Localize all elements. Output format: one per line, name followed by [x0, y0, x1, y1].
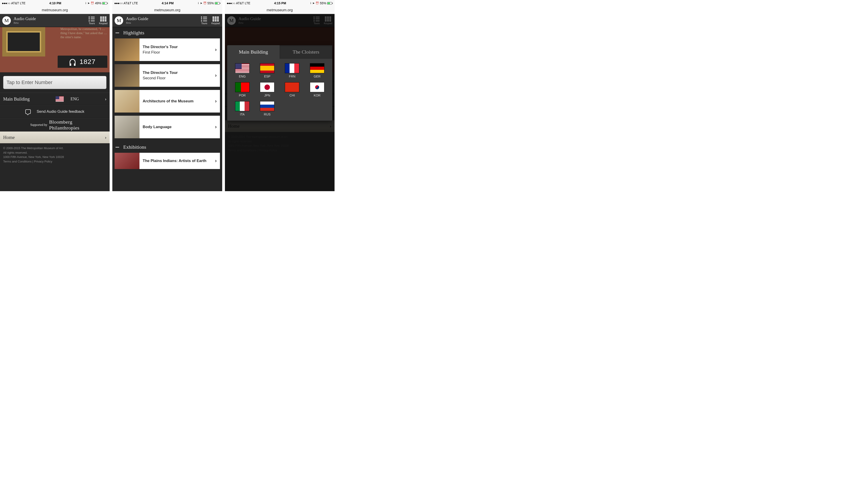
collapse-icon — [115, 33, 119, 33]
alarm-icon: ⏰ — [315, 2, 319, 5]
list-icon — [89, 16, 95, 21]
location-icon: ➤ — [200, 2, 202, 5]
clock: 4:15 PM — [274, 1, 286, 5]
tab-main-building[interactable]: Main Building — [227, 45, 280, 59]
content: M› Supported byPhilanthropies Home› © 20… — [225, 27, 335, 191]
section-highlights[interactable]: Highlights — [112, 27, 222, 38]
battery-icon — [215, 2, 220, 4]
flag-us-icon — [56, 96, 64, 102]
content: Metropolitan, he commented, "I … thing I… — [0, 27, 110, 191]
alarm-icon: ⏰ — [91, 2, 94, 5]
chevron-right-icon: › — [215, 124, 217, 130]
hero-image: Metropolitan, he commented, "I … thing I… — [0, 27, 110, 72]
browser-url-bar[interactable]: metmuseum.org — [112, 6, 222, 14]
flag-it-icon — [235, 101, 250, 111]
tour-item[interactable]: Body Language › — [114, 116, 220, 138]
tours-button[interactable]: Tours — [201, 16, 207, 25]
location-icon: ➤ — [312, 2, 315, 5]
keypad-icon — [213, 16, 219, 21]
keypad-icon — [325, 16, 331, 21]
content[interactable]: Highlights The Director's TourFirst Floo… — [112, 27, 222, 191]
tour-item[interactable]: The Director's TourFirst Floor › — [114, 38, 220, 61]
browser-url-bar[interactable]: metmuseum.org — [225, 6, 335, 14]
audio-number: 1827 — [80, 58, 96, 65]
browser-url-bar[interactable]: metmuseum.org — [0, 6, 110, 14]
building-label: Main Building — [3, 96, 30, 102]
flag-kr-icon — [310, 82, 324, 92]
phone-screen-2: ●●●○○ AT&T LTE 4:14 PM ᚼ ➤ ⏰ 55% metmuse… — [112, 0, 222, 191]
tour-thumbnail — [114, 153, 139, 169]
tour-item[interactable]: The Plains Indians: Artists of Earth › — [114, 153, 220, 169]
tour-thumbnail — [114, 38, 139, 61]
signal-dots-icon: ●●●○○ — [2, 1, 10, 5]
tours-button[interactable]: Tours — [89, 16, 95, 25]
collapse-icon — [115, 147, 119, 148]
tour-thumbnail — [114, 64, 139, 87]
phone-screen-1: ●●●○○ AT&T LTE 4:10 PM ᚼ ➤ ⏰ 49% metmuse… — [0, 0, 110, 191]
chevron-right-icon: › — [215, 98, 217, 104]
lang-option-por[interactable]: POR — [231, 82, 253, 97]
lang-option-ger[interactable]: GER — [306, 63, 328, 78]
keypad-button[interactable]: Keypad — [211, 16, 220, 25]
building-language-row[interactable]: Main Building ENG › — [0, 93, 110, 105]
app-title: Audio Guide — [14, 16, 36, 21]
flag-pt-icon — [235, 82, 250, 92]
chevron-right-icon: › — [215, 47, 217, 53]
phone-screen-3: ●●●○○ AT&T LTE 4:15 PM ᚼ ➤ ⏰ 55% metmuse… — [225, 0, 335, 191]
legal-footer: © 2000-2015 The Metropolitan Museum of A… — [0, 143, 110, 168]
battery-pct: 49% — [95, 1, 101, 5]
battery-icon — [327, 2, 333, 4]
app-subtitle: Beta — [14, 21, 36, 25]
lang-option-eng[interactable]: ENG — [231, 63, 253, 78]
met-logo-icon: M — [227, 16, 236, 25]
alarm-icon: ⏰ — [203, 2, 206, 5]
painting-frame — [2, 27, 45, 57]
list-icon — [313, 16, 320, 21]
headphones-icon — [69, 59, 76, 64]
terms-link[interactable]: Terms and Conditions — [3, 160, 32, 163]
list-icon — [201, 16, 207, 21]
keypad-icon — [100, 16, 107, 21]
tour-thumbnail — [114, 116, 139, 138]
tours-button: Tours — [313, 16, 320, 25]
sponsor-row: Supported by BloombergPhilanthropies — [0, 118, 110, 131]
language-popup: Main Building The Cloisters ENG ESP FRN … — [227, 45, 332, 121]
keypad-button: Keypad — [324, 16, 332, 25]
tour-item[interactable]: The Director's TourSecond Floor › — [114, 64, 220, 87]
lang-option-frn[interactable]: FRN — [281, 63, 303, 78]
clock: 4:14 PM — [161, 1, 174, 5]
flag-de-icon — [310, 63, 324, 73]
lang-option-rus[interactable]: RUS — [256, 101, 278, 116]
lang-option-ita[interactable]: ITA — [231, 101, 253, 116]
app-header: M Audio Guide Beta Tours Keypad — [0, 14, 110, 27]
home-row[interactable]: Home › — [0, 131, 110, 143]
signal-dots-icon: ●●●○○ — [114, 1, 123, 5]
privacy-link[interactable]: Privacy Policy — [34, 160, 52, 163]
lang-option-kor[interactable]: KOR — [306, 82, 328, 97]
bluetooth-icon: ᚼ — [85, 2, 87, 5]
speech-bubble-icon — [25, 109, 31, 114]
lang-option-jpn[interactable]: JPN — [256, 82, 278, 97]
audio-badge[interactable]: 1827 — [58, 56, 107, 68]
flag-jp-icon — [260, 82, 275, 92]
met-logo-icon[interactable]: M — [2, 16, 11, 25]
met-logo-icon[interactable]: M — [114, 16, 123, 25]
bluetooth-icon: ᚼ — [198, 2, 199, 5]
tour-item[interactable]: Architecture of the Museum › — [114, 90, 220, 112]
signal-dots-icon: ●●●○○ — [227, 1, 235, 5]
bluetooth-icon: ᚼ — [310, 2, 311, 5]
section-exhibitions[interactable]: Exhibitions — [112, 141, 222, 153]
feedback-row[interactable]: Send Audio Guide feedback — [0, 105, 110, 118]
chevron-right-icon: › — [215, 73, 217, 78]
clock: 4:10 PM — [49, 1, 61, 5]
location-icon: ➤ — [88, 2, 90, 5]
network: LTE — [20, 1, 26, 5]
tab-cloisters[interactable]: The Cloisters — [280, 45, 332, 59]
lang-option-chi[interactable]: CHI — [281, 82, 303, 97]
language-code: ENG — [71, 97, 79, 102]
number-input[interactable]: Tap to Enter Number — [3, 76, 107, 89]
keypad-button[interactable]: Keypad — [99, 16, 107, 25]
status-bar: ●●●○○ AT&T LTE 4:15 PM ᚼ ➤ ⏰ 55% — [225, 0, 335, 6]
carrier: AT&T — [11, 1, 19, 5]
lang-option-esp[interactable]: ESP — [256, 63, 278, 78]
